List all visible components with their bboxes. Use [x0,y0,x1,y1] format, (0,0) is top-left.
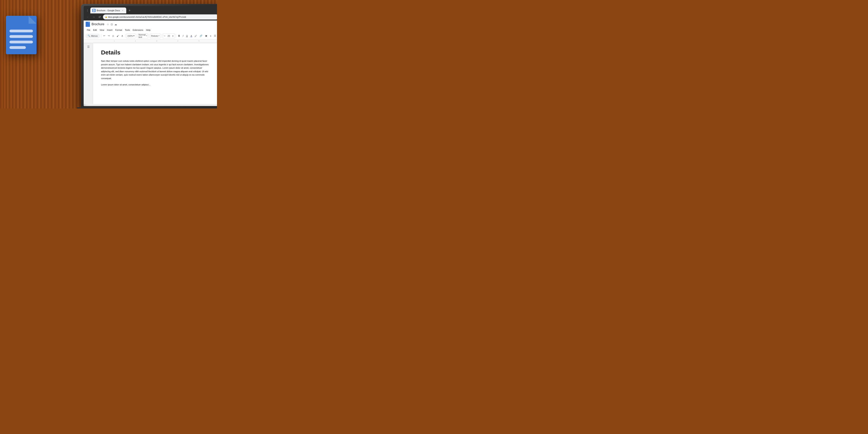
font-size-value: 20 [166,35,171,37]
doc-line-4 [9,46,26,49]
font-select[interactable]: Roboto ▾ [150,34,160,38]
font-size-minus-button[interactable]: − [163,34,166,38]
font-size-control: − 20 + [162,34,175,38]
browser-screen: ⋮ Brochure - Google Docs × [84,6,217,106]
zoom-arrow-icon: ▾ [133,34,134,37]
highlight-button[interactable]: 🖊 [193,33,198,38]
font-color-button[interactable]: A [189,33,193,38]
paint-format-button[interactable]: 🖌 [115,33,120,38]
laptop-container: ⋮ Brochure - Google Docs × [81,4,217,108]
separator-3 [136,34,137,38]
menu-bar: File Edit View Insert Format Tools Exten… [84,28,217,32]
doc-lines [9,30,33,52]
search-icon: 🔍 [88,34,90,37]
address-bar-row: ← → ↺ 🔒 docs.google.com/document/d/1-8sX… [84,13,217,21]
docs-header: Brochure ☆ ⊡ ☁ [84,21,217,28]
image-button[interactable]: ▣ [204,33,208,38]
doc-page[interactable]: Details Nam liber tempor cum soluta nobi… [93,43,217,104]
search-menus-button[interactable]: 🔍 Menus [85,34,100,38]
star-icon[interactable]: ☆ [107,23,109,26]
docs-app-icon [86,22,90,27]
menu-extensions[interactable]: Extensions [131,28,145,32]
doc-fold [29,16,36,24]
font-arrow-icon: ▾ [159,35,159,37]
underline-button[interactable]: U [185,33,189,38]
svg-rect-3 [93,11,94,11]
lock-icon: 🔒 [105,16,107,18]
menu-tools[interactable]: Tools [124,28,131,32]
text-style-arrow-icon: ▾ [146,35,147,37]
tab-bar: ⋮ Brochure - Google Docs × [84,6,217,13]
zoom-value: 150% [127,35,133,37]
folder-icon[interactable]: ⊡ [111,23,113,26]
menu-help[interactable]: Help [145,28,152,32]
doc-paragraph-1: Nam liber tempor cum soluta nobis eleife… [101,59,212,80]
google-docs-icon [6,16,41,57]
font-label: Roboto [151,35,158,37]
menu-insert[interactable]: Insert [106,28,114,32]
browser-tab-active[interactable]: Brochure - Google Docs × [90,7,126,13]
svg-text:3: 3 [156,40,157,42]
menu-file[interactable]: File [86,28,92,32]
back-button[interactable]: ← [85,14,90,20]
doc-line-2 [9,35,33,38]
laptop-bottom [77,107,217,108]
doc-icon-body [6,16,36,54]
print-button[interactable]: ⎙ [111,33,115,38]
redo-button[interactable]: ↪ [107,33,111,38]
undo-button[interactable]: ↩ [102,33,106,38]
menu-view[interactable]: View [98,28,105,32]
link-button[interactable]: 🔗 [198,33,204,38]
formatting-toolbar: 🔍 Menus ↩ ↪ ⎙ 🖌 A 150% ▾ [84,32,217,39]
url-text: docs.google.com/document/d/1-8sXwCaLifQ7… [108,16,186,18]
cloud-icon[interactable]: ☁ [115,23,117,26]
apps-button[interactable]: ⋮ [85,8,90,12]
new-tab-button[interactable]: + [127,8,132,13]
menus-label: Menus [91,35,98,37]
text-style-label: Normal text [139,34,146,38]
doc-list-icon[interactable]: ☰ [87,45,90,48]
font-size-plus-button[interactable]: + [171,34,175,38]
menu-format[interactable]: Format [114,28,123,32]
tab-title: Brochure - Google Docs [97,9,120,12]
italic-button[interactable]: I [182,33,184,38]
tab-favicon [92,9,95,12]
bold-button[interactable]: B [177,33,181,38]
svg-text:5: 5 [199,40,199,42]
svg-text:1: 1 [114,40,115,42]
svg-text:4: 4 [177,40,178,42]
laptop-bezel: ⋮ Brochure - Google Docs × [81,4,217,108]
zoom-control[interactable]: 150% ▾ [126,34,135,38]
doc-line-3 [9,41,33,43]
docs-title-icons: ☆ ⊡ ☁ [107,23,117,26]
list-numbered-button[interactable]: ☰ [213,33,217,38]
separator-2 [125,34,125,38]
address-bar[interactable]: 🔒 docs.google.com/document/d/1-8sXwCaLif… [103,14,217,20]
menu-edit[interactable]: Edit [92,28,98,32]
doc-paragraph-2: Lorem ipsum dolor sit amet, consectetuer… [101,83,212,87]
doc-sidebar: ☰ [84,43,93,104]
spell-check-button[interactable]: A [120,33,124,38]
svg-text:2: 2 [135,40,136,42]
forward-button[interactable]: → [91,14,96,20]
document-title[interactable]: Brochure [92,23,104,26]
separator-4 [149,34,149,38]
browser-chrome: ⋮ Brochure - Google Docs × [84,6,217,21]
refresh-button[interactable]: ↺ [97,14,102,20]
doc-heading: Details [101,49,212,56]
svg-rect-2 [93,10,94,11]
tab-close-button[interactable]: × [121,9,124,12]
doc-line-1 [9,30,33,32]
ruler: 1 2 3 4 5 [84,39,217,43]
doc-content-area: ☰ Details Nam liber tempor cum soluta no… [84,43,217,104]
docs-toolbar-area: Brochure ☆ ⊡ ☁ File Edit View Insert For… [84,21,217,43]
text-style-select[interactable]: Normal text ▾ [138,34,148,38]
align-button[interactable]: ≡ [209,33,212,38]
